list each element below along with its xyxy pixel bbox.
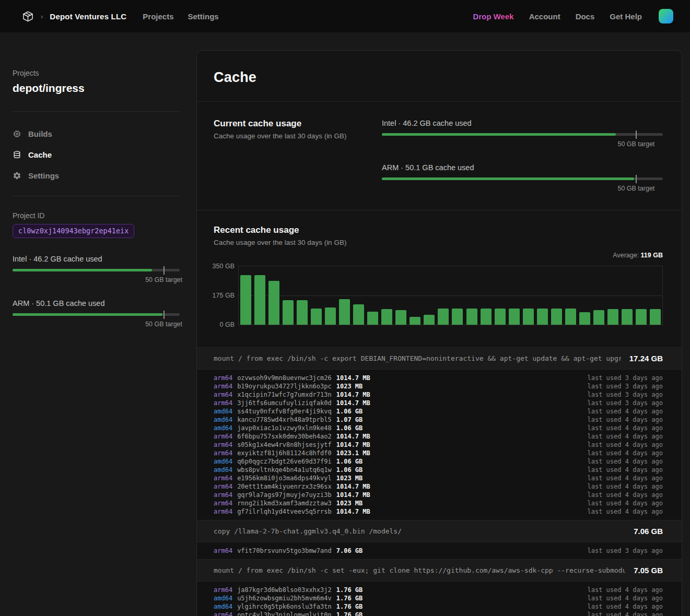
cache-group-command: mount / from exec /bin/sh -c set -eux; g…: [214, 566, 625, 574]
cache-size: 1.06 GB: [336, 407, 363, 416]
cache-size: 1.06 GB: [336, 466, 363, 474]
usage-label: Intel · 46.2 GB cache used: [382, 119, 663, 127]
nav-link-account[interactable]: Account: [529, 12, 560, 21]
cache-size: 1014.7 MB: [336, 482, 370, 491]
top-nav-links: Projects Settings: [143, 12, 218, 21]
cache-hash: e1956km8i0jo3ma6dps49kvyl: [237, 474, 332, 482]
cache-hash: gqr9la7ags97jmuyje7uyzi3b: [237, 491, 332, 499]
cache-group-size: 7.05 GB: [634, 566, 663, 575]
cache-size: 1.76 GB: [336, 611, 363, 616]
cache-entry-row: arm64rnng2i1kmd3xamf3amdzztaw31023 MBlas…: [214, 499, 663, 507]
arch-tag: amd64: [214, 424, 232, 432]
target-tick: [636, 175, 637, 183]
chart-bars: [239, 266, 662, 325]
usage-progress-track: [13, 269, 180, 271]
usage-label: ARM · 50.1 GB cache used: [382, 163, 663, 172]
y-tick-label: 350 GB: [213, 263, 235, 270]
nav-link-docs[interactable]: Docs: [576, 12, 595, 21]
cache-entry-groups: mount / from exec /bin/sh -c export DEBI…: [197, 347, 682, 616]
cache-size: 1014.7 MB: [336, 507, 370, 516]
cache-group-header[interactable]: mount / from exec /bin/sh -c export DEBI…: [197, 347, 682, 369]
last-used-text: last used 4 days ago: [588, 416, 663, 424]
arch-tag: arm64: [214, 611, 232, 616]
chart-bar: [650, 309, 661, 325]
nav-link-get-help[interactable]: Get Help: [610, 12, 642, 21]
target-tick: [163, 311, 165, 319]
chart-bar: [565, 309, 576, 325]
cache-entry-row: arm64b19oyrukpu34727ljkkn6o3pc1023 MBlas…: [214, 382, 663, 390]
sidebar-item-label: Builds: [28, 129, 52, 138]
nav-link-settings[interactable]: Settings: [188, 12, 219, 21]
last-used-text: last used 4 days ago: [588, 466, 663, 474]
cache-size: 1.07 GB: [336, 416, 363, 424]
arch-tag: arm64: [214, 482, 232, 491]
cache-hash: ja87kgr3d6wb8lso03xxhx3j2: [237, 586, 332, 594]
arch-tag: arm64: [214, 491, 232, 499]
chart-bar: [268, 281, 279, 325]
cache-group-header[interactable]: copy /llama-2-7b-chat.ggmlv3.q4_0.bin /m…: [197, 520, 682, 542]
chart-bar: [495, 309, 506, 325]
arch-tag: arm64: [214, 432, 232, 441]
divider: [13, 196, 180, 196]
nav-link-drop-week[interactable]: Drop Week: [473, 12, 514, 21]
sidebar-item-builds[interactable]: Builds: [13, 123, 180, 144]
cache-size: 1023 MB: [336, 499, 363, 507]
usage-label: ARM · 50.1 GB cache used: [13, 299, 180, 307]
current-usage-bars: Intel · 46.2 GB cache used50 GB targetAR…: [382, 119, 663, 194]
target-tick: [636, 131, 637, 139]
cache-hash: gf7ilrlqh1yd4tveev5q5rrsb: [237, 507, 332, 516]
cache-entry-row: arm64exyiktzf81j6h81124c8hfdf01023.1 MBl…: [214, 449, 663, 457]
cache-hash: b19oyrukpu34727ljkkn6o3pc: [237, 382, 332, 390]
depot-logo-icon[interactable]: [22, 10, 34, 22]
org-name[interactable]: Depot Ventures LLC: [50, 12, 126, 21]
gear-icon: [13, 171, 21, 180]
chart-y-axis: 350 GB 175 GB 0 GB: [214, 266, 238, 325]
last-used-text: last used 4 days ago: [588, 482, 663, 491]
arch-tag: arm64: [214, 586, 232, 594]
current-usage-text: Current cache usage Cache usage over the…: [214, 119, 382, 194]
cache-group-rows: arm64vfit70brsvunv5tgo3bmw7and7.06 GBlas…: [197, 542, 682, 559]
sidebar-item-cache[interactable]: Cache: [13, 144, 180, 165]
chart-bar: [410, 317, 420, 325]
cache-hash: wbs8pvltnkqe4bn4a1utq6q1w: [237, 466, 332, 474]
page-title: Cache: [214, 69, 663, 86]
chart-bar: [438, 309, 449, 325]
cache-hash: ss4tuy0nfxfv8fg0er4ji9kvq: [237, 407, 332, 416]
cache-hash: ozvwsoh9v9mn8uevnwc3jcm26: [237, 374, 332, 382]
last-used-text: last used 4 days ago: [588, 424, 663, 432]
cache-entry-row: amd64wbs8pvltnkqe4bn4a1utq6q1w1.06 GBlas…: [214, 466, 663, 474]
cache-hash: kancu7785wd4xrh48a9tprbl5: [237, 416, 332, 424]
top-nav: › Depot Ventures LLC Projects Settings D…: [0, 0, 690, 32]
project-name: depot/ingress: [13, 82, 180, 94]
last-used-text: last used 4 days ago: [588, 602, 663, 611]
chart-bar: [424, 315, 435, 325]
cache-size: 1023 MB: [336, 382, 363, 390]
cache-group-size: 7.06 GB: [634, 527, 663, 536]
cache-entry-row: amd64u5jh6zowbsgmiu2bh5mvm6m4v1.76 GBlas…: [214, 594, 663, 602]
usage-progress-fill: [382, 133, 616, 136]
usage-progress-fill: [13, 269, 152, 271]
cache-entry-row: arm6420ett1tam4kiyuenrzx3z96sx1014.7 MBl…: [214, 482, 663, 491]
sidebar-item-settings[interactable]: Settings: [13, 165, 180, 186]
cache-entry-row: arm646f6bpu757sxk0dmv30beh4ao21014.7 MBl…: [214, 432, 663, 441]
chart-bar: [240, 275, 251, 325]
chart-plot-area: [238, 266, 663, 325]
average-row: Average: 119 GB: [214, 252, 663, 259]
chart-bar: [339, 299, 350, 325]
arch-tag: arm64: [214, 382, 232, 390]
average-label: Average:: [613, 252, 639, 259]
cache-size: 1014.7 MB: [336, 399, 370, 407]
usage-block-arm: ARM · 50.1 GB cache used50 GB target: [13, 299, 180, 330]
cache-entry-row: amd64javp0xiac1o1vzwy9xln9ke481.06 GBlas…: [214, 424, 663, 432]
usage-progress-track: [382, 133, 663, 136]
nav-link-projects[interactable]: Projects: [143, 12, 173, 21]
cache-group-header[interactable]: mount / from exec /bin/sh -c set -eux; g…: [197, 559, 682, 581]
project-id-badge[interactable]: cl0wz0xj140943ebgr2ep41eix: [13, 224, 134, 238]
target-label: 50 GB target: [145, 321, 182, 328]
sidebar: Projects depot/ingress BuildsCacheSettin…: [13, 32, 180, 330]
avatar[interactable]: [659, 9, 673, 23]
target-label-wrap: 50 GB target: [382, 185, 663, 194]
cache-hash: rnng2i1kmd3xamf3amdzztaw3: [237, 499, 332, 507]
last-used-text: last used 4 days ago: [588, 586, 663, 594]
arch-tag: amd64: [214, 407, 232, 416]
